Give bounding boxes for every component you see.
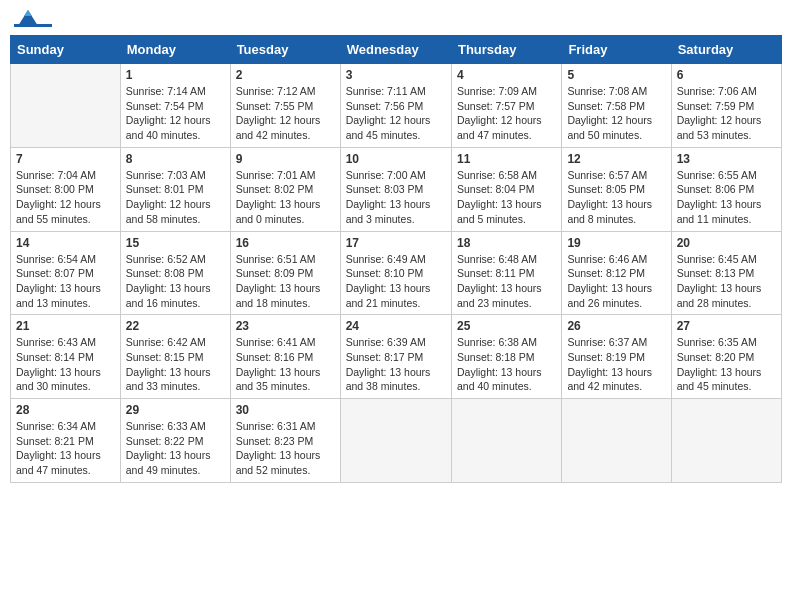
day-number: 5 (567, 68, 665, 82)
day-info: Sunrise: 6:45 AM Sunset: 8:13 PM Dayligh… (677, 252, 776, 311)
day-info: Sunrise: 6:33 AM Sunset: 8:22 PM Dayligh… (126, 419, 225, 478)
header-wednesday: Wednesday (340, 36, 451, 64)
header-tuesday: Tuesday (230, 36, 340, 64)
day-number: 10 (346, 152, 446, 166)
calendar-cell: 29Sunrise: 6:33 AM Sunset: 8:22 PM Dayli… (120, 399, 230, 483)
day-info: Sunrise: 6:35 AM Sunset: 8:20 PM Dayligh… (677, 335, 776, 394)
calendar-cell: 4Sunrise: 7:09 AM Sunset: 7:57 PM Daylig… (451, 64, 561, 148)
day-number: 6 (677, 68, 776, 82)
day-number: 27 (677, 319, 776, 333)
day-info: Sunrise: 7:11 AM Sunset: 7:56 PM Dayligh… (346, 84, 446, 143)
day-info: Sunrise: 7:04 AM Sunset: 8:00 PM Dayligh… (16, 168, 115, 227)
calendar-cell: 1Sunrise: 7:14 AM Sunset: 7:54 PM Daylig… (120, 64, 230, 148)
day-info: Sunrise: 6:54 AM Sunset: 8:07 PM Dayligh… (16, 252, 115, 311)
day-number: 4 (457, 68, 556, 82)
day-info: Sunrise: 6:52 AM Sunset: 8:08 PM Dayligh… (126, 252, 225, 311)
day-number: 26 (567, 319, 665, 333)
day-info: Sunrise: 7:14 AM Sunset: 7:54 PM Dayligh… (126, 84, 225, 143)
calendar-cell: 22Sunrise: 6:42 AM Sunset: 8:15 PM Dayli… (120, 315, 230, 399)
day-number: 16 (236, 236, 335, 250)
calendar-cell (562, 399, 671, 483)
day-number: 22 (126, 319, 225, 333)
day-number: 9 (236, 152, 335, 166)
header-thursday: Thursday (451, 36, 561, 64)
day-number: 21 (16, 319, 115, 333)
calendar-table: SundayMondayTuesdayWednesdayThursdayFrid… (10, 35, 782, 483)
day-number: 14 (16, 236, 115, 250)
header-friday: Friday (562, 36, 671, 64)
svg-marker-1 (24, 10, 32, 16)
day-info: Sunrise: 7:09 AM Sunset: 7:57 PM Dayligh… (457, 84, 556, 143)
calendar-cell (451, 399, 561, 483)
calendar-cell: 2Sunrise: 7:12 AM Sunset: 7:55 PM Daylig… (230, 64, 340, 148)
day-info: Sunrise: 7:08 AM Sunset: 7:58 PM Dayligh… (567, 84, 665, 143)
day-info: Sunrise: 6:41 AM Sunset: 8:16 PM Dayligh… (236, 335, 335, 394)
day-info: Sunrise: 6:31 AM Sunset: 8:23 PM Dayligh… (236, 419, 335, 478)
day-number: 1 (126, 68, 225, 82)
day-info: Sunrise: 6:48 AM Sunset: 8:11 PM Dayligh… (457, 252, 556, 311)
logo (14, 10, 54, 27)
day-number: 23 (236, 319, 335, 333)
day-number: 11 (457, 152, 556, 166)
day-number: 8 (126, 152, 225, 166)
calendar-cell: 19Sunrise: 6:46 AM Sunset: 8:12 PM Dayli… (562, 231, 671, 315)
day-info: Sunrise: 6:37 AM Sunset: 8:19 PM Dayligh… (567, 335, 665, 394)
calendar-cell: 11Sunrise: 6:58 AM Sunset: 8:04 PM Dayli… (451, 147, 561, 231)
calendar-cell: 25Sunrise: 6:38 AM Sunset: 8:18 PM Dayli… (451, 315, 561, 399)
week-row-4: 21Sunrise: 6:43 AM Sunset: 8:14 PM Dayli… (11, 315, 782, 399)
calendar-cell: 28Sunrise: 6:34 AM Sunset: 8:21 PM Dayli… (11, 399, 121, 483)
page-header (10, 10, 782, 27)
header-sunday: Sunday (11, 36, 121, 64)
week-row-1: 1Sunrise: 7:14 AM Sunset: 7:54 PM Daylig… (11, 64, 782, 148)
day-number: 3 (346, 68, 446, 82)
day-number: 28 (16, 403, 115, 417)
day-number: 20 (677, 236, 776, 250)
day-number: 13 (677, 152, 776, 166)
day-info: Sunrise: 6:34 AM Sunset: 8:21 PM Dayligh… (16, 419, 115, 478)
calendar-cell: 8Sunrise: 7:03 AM Sunset: 8:01 PM Daylig… (120, 147, 230, 231)
day-info: Sunrise: 6:43 AM Sunset: 8:14 PM Dayligh… (16, 335, 115, 394)
header-saturday: Saturday (671, 36, 781, 64)
calendar-header-row: SundayMondayTuesdayWednesdayThursdayFrid… (11, 36, 782, 64)
day-info: Sunrise: 6:42 AM Sunset: 8:15 PM Dayligh… (126, 335, 225, 394)
calendar-cell: 26Sunrise: 6:37 AM Sunset: 8:19 PM Dayli… (562, 315, 671, 399)
day-number: 2 (236, 68, 335, 82)
day-info: Sunrise: 7:06 AM Sunset: 7:59 PM Dayligh… (677, 84, 776, 143)
week-row-5: 28Sunrise: 6:34 AM Sunset: 8:21 PM Dayli… (11, 399, 782, 483)
calendar-cell: 21Sunrise: 6:43 AM Sunset: 8:14 PM Dayli… (11, 315, 121, 399)
calendar-cell: 15Sunrise: 6:52 AM Sunset: 8:08 PM Dayli… (120, 231, 230, 315)
calendar-cell: 18Sunrise: 6:48 AM Sunset: 8:11 PM Dayli… (451, 231, 561, 315)
calendar-cell: 24Sunrise: 6:39 AM Sunset: 8:17 PM Dayli… (340, 315, 451, 399)
day-info: Sunrise: 6:55 AM Sunset: 8:06 PM Dayligh… (677, 168, 776, 227)
calendar-cell: 3Sunrise: 7:11 AM Sunset: 7:56 PM Daylig… (340, 64, 451, 148)
day-number: 12 (567, 152, 665, 166)
calendar-cell: 13Sunrise: 6:55 AM Sunset: 8:06 PM Dayli… (671, 147, 781, 231)
calendar-cell: 23Sunrise: 6:41 AM Sunset: 8:16 PM Dayli… (230, 315, 340, 399)
day-info: Sunrise: 6:49 AM Sunset: 8:10 PM Dayligh… (346, 252, 446, 311)
calendar-cell: 20Sunrise: 6:45 AM Sunset: 8:13 PM Dayli… (671, 231, 781, 315)
calendar-cell: 10Sunrise: 7:00 AM Sunset: 8:03 PM Dayli… (340, 147, 451, 231)
day-info: Sunrise: 6:39 AM Sunset: 8:17 PM Dayligh… (346, 335, 446, 394)
calendar-cell (11, 64, 121, 148)
day-info: Sunrise: 6:38 AM Sunset: 8:18 PM Dayligh… (457, 335, 556, 394)
calendar-cell: 7Sunrise: 7:04 AM Sunset: 8:00 PM Daylig… (11, 147, 121, 231)
calendar-cell: 30Sunrise: 6:31 AM Sunset: 8:23 PM Dayli… (230, 399, 340, 483)
day-number: 30 (236, 403, 335, 417)
calendar-cell: 12Sunrise: 6:57 AM Sunset: 8:05 PM Dayli… (562, 147, 671, 231)
day-info: Sunrise: 7:12 AM Sunset: 7:55 PM Dayligh… (236, 84, 335, 143)
calendar-cell (340, 399, 451, 483)
day-info: Sunrise: 7:00 AM Sunset: 8:03 PM Dayligh… (346, 168, 446, 227)
day-info: Sunrise: 6:58 AM Sunset: 8:04 PM Dayligh… (457, 168, 556, 227)
week-row-2: 7Sunrise: 7:04 AM Sunset: 8:00 PM Daylig… (11, 147, 782, 231)
day-number: 29 (126, 403, 225, 417)
day-number: 18 (457, 236, 556, 250)
day-info: Sunrise: 6:46 AM Sunset: 8:12 PM Dayligh… (567, 252, 665, 311)
calendar-cell: 17Sunrise: 6:49 AM Sunset: 8:10 PM Dayli… (340, 231, 451, 315)
calendar-cell: 5Sunrise: 7:08 AM Sunset: 7:58 PM Daylig… (562, 64, 671, 148)
day-info: Sunrise: 7:03 AM Sunset: 8:01 PM Dayligh… (126, 168, 225, 227)
header-monday: Monday (120, 36, 230, 64)
calendar-cell: 9Sunrise: 7:01 AM Sunset: 8:02 PM Daylig… (230, 147, 340, 231)
day-number: 24 (346, 319, 446, 333)
day-number: 19 (567, 236, 665, 250)
day-number: 25 (457, 319, 556, 333)
